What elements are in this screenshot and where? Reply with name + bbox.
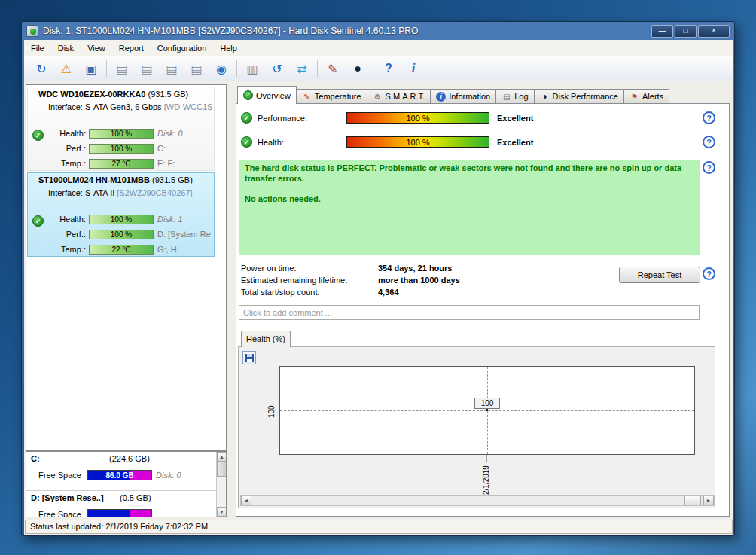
disk-monitor-icon[interactable]: ▣ (81, 59, 101, 78)
disk-list-item-0[interactable]: WDC WD10EZEX-00RKKA0 (931.5 GB) Interfac… (27, 87, 215, 171)
disk-2-icon[interactable]: ▤ (137, 59, 157, 78)
disk-4-icon[interactable]: ▤ (187, 59, 206, 78)
health-rating: Excellent (497, 138, 533, 147)
disk-model: WDC WD10EZEX-00RKKA0 (38, 90, 145, 99)
performance-row: Perf.: 100 % C: (28, 144, 212, 155)
performance-row: Perf.: 100 % D: [System Re (28, 230, 212, 241)
scroll-up-icon[interactable]: ▲ (217, 452, 227, 462)
scroll-right-icon[interactable]: ► (703, 496, 714, 505)
refresh-icon[interactable]: ↻ (32, 59, 51, 78)
temp-bar: 22 °C (89, 245, 154, 255)
free-space-value: 86.0 GB (88, 471, 151, 480)
partition-scrollbar[interactable]: ▲ ▼ (216, 452, 227, 517)
disk-list-item-1-selected[interactable]: ST1000LM024 HN-M101MBB (931.5 GB) Interf… (27, 172, 215, 257)
chart-plot-area: 100 (279, 366, 695, 455)
seek-test-icon[interactable]: ● (348, 59, 367, 78)
report-icon[interactable]: ▥ (242, 59, 262, 78)
health-ok-icon: ✓ (241, 136, 252, 148)
disk-number: Disk: 1 (157, 215, 183, 224)
disk-serial: [WD-WCC1S (164, 102, 213, 111)
tab-label: Alerts (642, 92, 663, 101)
chart-x-tick: 2/1/2019 (482, 465, 490, 495)
toolbar-separator (317, 60, 318, 77)
menu-file[interactable]: File (24, 41, 51, 56)
perf-bar: 100 % (89, 230, 154, 239)
perf-label: Perf.: (43, 144, 86, 153)
health-chart-panel: 100 100 2/1/2019 ◄ ► (238, 346, 715, 508)
repeat-test-button[interactable]: Repeat Test (619, 267, 700, 283)
sync-disk-icon[interactable]: ⇄ (292, 59, 312, 78)
partition-name[interactable]: C: (31, 454, 40, 463)
partition-size: (0.5 GB) (120, 493, 151, 502)
status-bar: Status last updated: 2/1/2019 Friday 7:0… (24, 518, 733, 535)
drive-letters: D: [System Re (157, 230, 211, 239)
performance-help-icon[interactable]: ? (703, 111, 715, 124)
close-button[interactable]: × (698, 25, 730, 38)
health-value: 100 % (347, 137, 489, 148)
chart-axis-tick-line (486, 455, 487, 462)
info-icon[interactable]: i (404, 59, 423, 78)
maximize-button[interactable]: □ (675, 25, 697, 38)
window-title: Disk: 1, ST1000LM024 HN-M101MBB [S2WZJ90… (43, 26, 647, 36)
refresh-disk-icon[interactable]: ↺ (267, 59, 287, 78)
tab-overview[interactable]: ✓ Overview (237, 86, 297, 104)
alerts-icon: ⚑ (629, 92, 639, 102)
tab-alerts[interactable]: ⚑ Alerts (623, 89, 669, 103)
surface-test-icon[interactable]: ✎ (323, 59, 343, 78)
free-space-bar (87, 509, 152, 517)
partition-name[interactable]: D: [System Rese..] (31, 493, 104, 502)
tab-smart[interactable]: ⚙ S.M.A.R.T. (367, 89, 431, 103)
menu-configuration[interactable]: Configuration (151, 41, 213, 56)
tab-label: S.M.A.R.T. (386, 92, 425, 101)
disk-1-icon[interactable]: ▤ (112, 59, 132, 78)
health-bar: 100 % (346, 136, 489, 148)
smart-icon: ⚙ (373, 92, 383, 102)
chart-tab-health[interactable]: Health (%) (241, 331, 291, 347)
tab-temperature[interactable]: ✎ Temperature (296, 89, 367, 103)
health-row: Health: 100 % Disk: 0 (28, 129, 212, 140)
scrollbar-thumb[interactable] (684, 496, 701, 505)
network-icon[interactable]: ◉ (212, 59, 231, 78)
save-chart-button[interactable] (242, 351, 256, 364)
temp-label: Temp.: (43, 159, 86, 168)
health-help-icon[interactable]: ? (703, 136, 715, 148)
temperature-row: Temp.: 22 °C G:, H: (28, 245, 212, 256)
chart-scrollbar[interactable]: ◄ ► (240, 495, 715, 506)
tab-label: Information (449, 92, 490, 101)
titlebar[interactable]: Disk: 1, ST1000LM024 HN-M101MBB [S2WZJ90… (22, 22, 734, 40)
toolbar: ↻ ⚠ ▣ ▤ ▤ ▤ ▤ ◉ ▥ ↺ ⇄ ✎ ● ? i (24, 56, 733, 81)
health-row: Health: 100 % Disk: 1 (28, 215, 212, 226)
free-space-bar: 86.0 GB (87, 470, 152, 480)
menu-view[interactable]: View (81, 41, 112, 56)
repeat-test-help-icon[interactable]: ? (703, 267, 715, 280)
tab-information[interactable]: i Information (430, 89, 496, 103)
overview-check-icon: ✓ (243, 90, 253, 100)
health-bar: 100 % (89, 215, 154, 224)
comment-input[interactable] (239, 305, 700, 320)
menu-disk[interactable]: Disk (51, 41, 81, 56)
perf-value: 100 % (90, 145, 153, 154)
status-help-icon[interactable]: ? (703, 161, 715, 174)
menu-report[interactable]: Report (112, 41, 151, 56)
disk-alert-icon[interactable]: ⚠ (56, 59, 76, 78)
scroll-left-icon[interactable]: ◄ (241, 496, 251, 505)
tab-label: Log (514, 92, 528, 101)
window-controls: — □ × (651, 25, 730, 38)
menu-help[interactable]: Help (213, 41, 244, 56)
scrollbar-thumb[interactable] (217, 462, 227, 477)
disk-3-icon[interactable]: ▤ (162, 59, 181, 78)
disk-model-line: WDC WD10EZEX-00RKKA0 (931.5 GB) (28, 90, 214, 99)
minimize-button[interactable]: — (651, 25, 673, 38)
temp-label: Temp.: (43, 245, 86, 254)
perf-label: Perf.: (43, 230, 86, 239)
disk-model: ST1000LM024 HN-M101MBB (38, 175, 150, 184)
start-stop-value: 4,364 (378, 288, 399, 297)
tab-disk-performance[interactable]: ◑ Disk Performance (534, 89, 624, 103)
help-icon[interactable]: ? (379, 59, 398, 78)
scroll-down-icon[interactable]: ▼ (217, 507, 227, 517)
partition-disk-number: Disk: 0 (156, 471, 181, 480)
tab-log[interactable]: ▤ Log (495, 89, 534, 103)
drive-letters: C: (157, 144, 166, 153)
chart-data-point (486, 409, 488, 411)
health-bar: 100 % (89, 129, 154, 139)
